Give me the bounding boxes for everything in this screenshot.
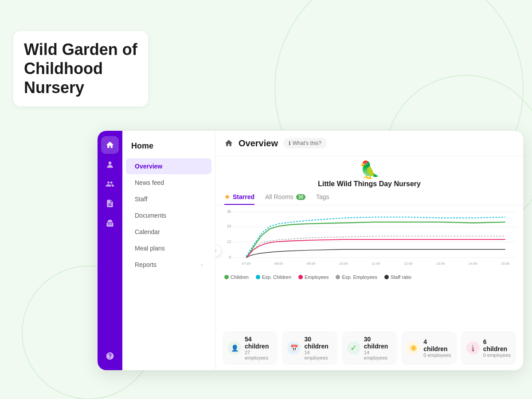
svg-text:09:00: 09:00 (307, 262, 315, 266)
stat-total-icon: 👤 (228, 341, 241, 355)
stat-calendar-count: 30 children (304, 336, 332, 350)
sidebar-item-mealplans[interactable]: Meal plans (126, 240, 211, 256)
content-header: Overview ℹ What's this? (215, 131, 523, 156)
rail-icon-docs[interactable] (101, 195, 119, 212)
chart-svg: 36 24 12 0 07:00 08:00 09:00 10:00 11:00… (223, 209, 516, 271)
svg-text:24: 24 (227, 224, 231, 228)
stat-sunny-info: 4 children 0 employees (423, 338, 451, 358)
overview-home-icon (224, 139, 233, 148)
rail-icon-users[interactable] (101, 175, 119, 193)
stat-sunny-count: 4 children (423, 338, 451, 352)
legend-exp-children: Exp. Children (256, 274, 291, 280)
staff-ratio-dot (384, 275, 389, 279)
svg-text:10:00: 10:00 (339, 262, 348, 266)
svg-text:12: 12 (227, 239, 231, 244)
stat-calendar: 📅 30 children 14 employees (282, 331, 337, 365)
tab-allrooms[interactable]: All Rooms 30 (265, 190, 305, 205)
svg-text:12:00: 12:00 (404, 262, 412, 266)
svg-text:0: 0 (229, 255, 231, 259)
stat-total-info: 54 children 27 employees (245, 336, 272, 360)
sidebar-item-staff[interactable]: Staff (126, 191, 211, 207)
svg-text:15:00: 15:00 (501, 262, 509, 266)
legend-staff-ratio: Staff ratio (384, 274, 411, 280)
nursery-name: Little Wild Things Day Nursery (318, 180, 421, 188)
info-icon: ℹ (289, 140, 291, 146)
stat-check-count: 30 children (364, 336, 391, 350)
stat-check-sub: 14 employees (364, 350, 391, 360)
star-icon: ★ (224, 193, 230, 200)
legend-exp-employees: Exp. Employees (336, 274, 377, 280)
rail-icon-help[interactable] (101, 347, 119, 365)
svg-text:14:00: 14:00 (469, 262, 477, 266)
app-window: Home Overview News feed Staff Documents … (98, 131, 523, 370)
svg-text:36: 36 (227, 210, 231, 214)
legend-children: Children (224, 274, 249, 280)
sidebar-item-newsfeed[interactable]: News feed (126, 175, 211, 191)
stat-temp-count: 6 children (483, 338, 511, 352)
sidebar-item-documents[interactable]: Documents (126, 207, 211, 223)
rail-icon-home[interactable] (101, 136, 119, 154)
stat-calendar-info: 30 children 14 employees (304, 336, 332, 360)
reports-chevron-icon: › (201, 262, 203, 268)
stat-calendar-sub: 14 employees (304, 350, 332, 360)
svg-text:13:00: 13:00 (436, 262, 445, 266)
stat-temp: 🌡️ 6 children 0 employees (461, 331, 516, 365)
employees-dot (298, 275, 303, 279)
icon-rail (98, 131, 122, 370)
content-title: Overview (239, 138, 278, 149)
stat-check-info: 30 children 14 employees (364, 336, 391, 360)
sidebar: Home Overview News feed Staff Documents … (122, 131, 215, 370)
stat-total-sub: 27 employees (245, 350, 272, 360)
stat-check-icon: ✓ (347, 341, 360, 355)
exp-children-dot (256, 275, 260, 279)
page-title: Wild Garden of Childhood Nursery (13, 31, 148, 106)
allrooms-badge: 30 (296, 194, 305, 200)
rail-icon-piggy[interactable] (101, 214, 119, 232)
sidebar-item-overview[interactable]: Overview (126, 158, 211, 174)
children-dot (224, 275, 229, 279)
legend-row: Children Exp. Children Employees Exp. Em… (223, 273, 516, 282)
svg-text:08:00: 08:00 (274, 262, 283, 266)
legend-employees: Employees (298, 274, 329, 280)
tab-tags[interactable]: Tags (316, 190, 329, 205)
rail-icon-children[interactable] (101, 156, 119, 173)
stat-sunny-sub: 0 employees (423, 352, 451, 358)
stat-temp-sub: 0 employees (483, 352, 511, 358)
mascot-emoji: 🦜 (359, 161, 380, 178)
sidebar-item-calendar[interactable]: Calendar (126, 224, 211, 240)
sidebar-header: Home (122, 138, 215, 158)
stat-total-count: 54 children (245, 336, 272, 350)
tabs-row: ★ Starred All Rooms 30 Tags (215, 190, 523, 205)
stat-temp-icon: 🌡️ (466, 341, 480, 355)
stat-total: 👤 54 children 27 employees (223, 331, 278, 365)
svg-text:07:00: 07:00 (242, 262, 250, 266)
main-content: ‹ Overview ℹ What's this? 🦜 Little Wild … (215, 131, 523, 370)
svg-text:11:00: 11:00 (372, 262, 380, 266)
whats-this-button[interactable]: ℹ What's this? (283, 138, 327, 149)
stat-sunny: ☀️ 4 children 0 employees (401, 331, 456, 365)
stats-row: 👤 54 children 27 employees 📅 30 children… (215, 326, 523, 370)
mascot-area: 🦜 Little Wild Things Day Nursery (215, 156, 523, 190)
exp-employees-dot (336, 275, 340, 279)
stat-check: ✓ 30 children 14 employees (342, 331, 397, 365)
sidebar-item-reports[interactable]: Reports › (126, 257, 211, 273)
svg-point-4 (109, 161, 112, 164)
stat-sunny-icon: ☀️ (407, 341, 420, 355)
chart-container: 36 24 12 0 07:00 08:00 09:00 10:00 11:00… (215, 205, 523, 326)
stat-calendar-icon: 📅 (287, 341, 301, 355)
stat-temp-info: 6 children 0 employees (483, 338, 511, 358)
tab-starred[interactable]: ★ Starred (224, 190, 254, 205)
